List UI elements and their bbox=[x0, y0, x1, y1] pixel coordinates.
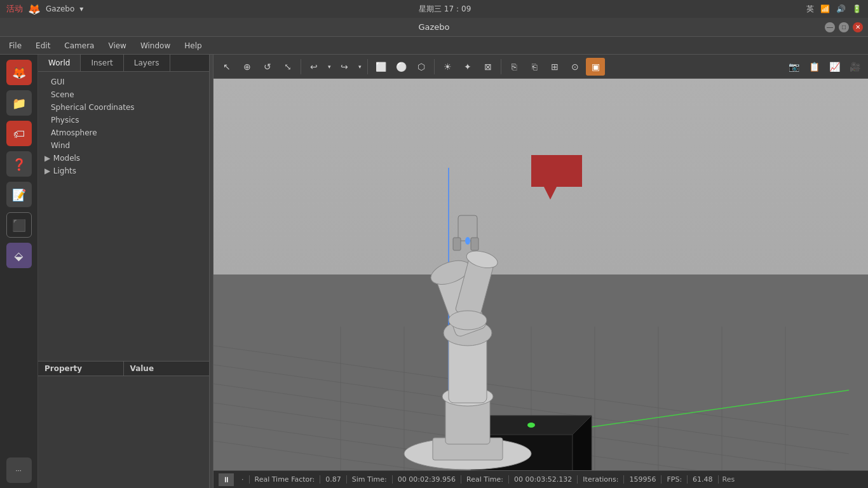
datetime: 星期三 17：09 bbox=[419, 4, 471, 15]
system-bar-center: 星期三 17：09 bbox=[419, 4, 471, 15]
log-button[interactable]: 📋 bbox=[804, 58, 824, 76]
paste-button[interactable]: ⎗ bbox=[525, 58, 544, 76]
menu-window[interactable]: Window bbox=[134, 39, 177, 52]
system-bar-right: 英 📶 🔊 🔋 bbox=[806, 4, 862, 15]
sim-time-label: Sim Time: bbox=[347, 475, 393, 484]
spot-light-button[interactable]: ⊠ bbox=[478, 58, 498, 76]
toolbar-sep-4 bbox=[501, 59, 501, 74]
tree-label-wind: Wind bbox=[51, 141, 70, 150]
tree-item-scene[interactable]: Scene bbox=[38, 88, 209, 101]
real-time-value: 00 00:03:52.132 bbox=[509, 475, 578, 484]
sidebar-icon-apps[interactable]: ⋯ bbox=[6, 458, 32, 483]
copy-button[interactable]: ⎘ bbox=[505, 58, 524, 76]
redo-button[interactable]: ↪ bbox=[335, 58, 354, 76]
window-controls: — □ ✕ bbox=[825, 22, 863, 32]
tree-item-gui[interactable]: GUI bbox=[38, 76, 209, 88]
models-arrow: ▶ bbox=[44, 154, 51, 163]
toolbar: ↖ ⊕ ↺ ⤡ ↩ ▾ ↪ ▾ ⬜ ⚪ ⬡ ☀ ✦ ⊠ ⎘ ⎗ ⊞ ⊙ ▣ 📷 … bbox=[214, 55, 868, 79]
close-button[interactable]: ✕ bbox=[853, 22, 863, 32]
undo-button[interactable]: ↩ bbox=[304, 58, 323, 76]
right-area: ↖ ⊕ ↺ ⤡ ↩ ▾ ↪ ▾ ⬜ ⚪ ⬡ ☀ ✦ ⊠ ⎘ ⎗ ⊞ ⊙ ▣ 📷 … bbox=[214, 55, 868, 488]
menu-view[interactable]: View bbox=[102, 39, 132, 52]
lang-indicator[interactable]: 英 bbox=[806, 4, 814, 15]
sidebar-icon-software[interactable]: 🏷 bbox=[6, 121, 32, 146]
menu-edit[interactable]: Edit bbox=[29, 39, 57, 52]
sidebar-icon-firefox[interactable]: 🦊 bbox=[6, 60, 32, 85]
video-button[interactable]: 🎥 bbox=[845, 58, 864, 76]
real-time-factor-value: 0.87 bbox=[320, 475, 347, 484]
app-arrow[interactable]: ▾ bbox=[79, 4, 83, 13]
sidebar-icon-gazebo[interactable]: ⬙ bbox=[6, 243, 32, 268]
tree-label-scene: Scene bbox=[51, 90, 74, 99]
tree-item-spherical-coords[interactable]: Spherical Coordinates bbox=[38, 101, 209, 114]
tree-item-models[interactable]: ▶ Models bbox=[38, 152, 209, 165]
align-button[interactable]: ⊞ bbox=[545, 58, 564, 76]
real-time-label: Real Time: bbox=[461, 475, 509, 484]
toolbar-sep-1 bbox=[301, 59, 301, 74]
svg-point-32 bbox=[449, 311, 487, 330]
chart-button[interactable]: 📈 bbox=[825, 58, 844, 76]
status-bar: ⏸ · Real Time Factor: 0.87 Sim Time: 00 … bbox=[214, 470, 868, 488]
pause-icon: ⏸ bbox=[222, 475, 230, 484]
tree-item-wind[interactable]: Wind bbox=[38, 139, 209, 152]
snap-button[interactable]: ⊙ bbox=[566, 58, 585, 76]
volume-icon: 🔊 bbox=[836, 4, 846, 13]
system-bar-left: 活动 🦊 Gazebo ▾ bbox=[6, 3, 83, 15]
activities-label[interactable]: 活动 bbox=[6, 3, 23, 15]
box-button[interactable]: ⬜ bbox=[371, 58, 390, 76]
point-light-button[interactable]: ✦ bbox=[458, 58, 477, 76]
tree-item-lights[interactable]: ▶ Lights bbox=[38, 165, 209, 177]
svg-point-17 bbox=[527, 423, 535, 428]
scene-svg bbox=[214, 79, 868, 470]
maximize-button[interactable]: □ bbox=[839, 22, 849, 32]
sim-time-value: 00 00:02:39.956 bbox=[393, 475, 461, 484]
svg-point-31 bbox=[465, 237, 470, 245]
fps-value: 61.48 bbox=[688, 475, 719, 484]
svg-marker-33 bbox=[531, 155, 582, 200]
menu-help[interactable]: Help bbox=[178, 39, 208, 52]
tab-insert[interactable]: Insert bbox=[81, 55, 123, 71]
screenshot-button[interactable]: 📷 bbox=[784, 58, 803, 76]
status-dot: · bbox=[236, 475, 250, 484]
property-header: Property Value bbox=[38, 362, 209, 376]
app-name[interactable]: Gazebo bbox=[46, 4, 74, 13]
sidebar-icon-files[interactable]: 📁 bbox=[6, 90, 32, 116]
title-bar: Gazebo — □ ✕ bbox=[0, 18, 868, 37]
select-button[interactable]: ↖ bbox=[217, 58, 236, 76]
tab-layers[interactable]: Layers bbox=[124, 55, 170, 71]
menu-file[interactable]: File bbox=[3, 39, 28, 52]
left-panel: World Insert Layers GUI Scene Spherical … bbox=[38, 55, 210, 488]
active-tool-button[interactable]: ▣ bbox=[586, 58, 605, 76]
property-col-header: Property bbox=[38, 362, 124, 376]
redo-arrow-button[interactable]: ▾ bbox=[355, 58, 364, 76]
window-title: Gazebo bbox=[418, 22, 449, 32]
cylinder-button[interactable]: ⬡ bbox=[412, 58, 431, 76]
wifi-icon: 📶 bbox=[820, 4, 830, 13]
undo-arrow-button[interactable]: ▾ bbox=[325, 58, 334, 76]
tree-label-gui: GUI bbox=[51, 78, 65, 86]
translate-button[interactable]: ⊕ bbox=[238, 58, 257, 76]
viewport[interactable] bbox=[214, 79, 868, 470]
tree-item-physics[interactable]: Physics bbox=[38, 114, 209, 126]
tab-world[interactable]: World bbox=[38, 55, 81, 71]
status-partial-right: Res bbox=[719, 475, 735, 484]
menu-camera[interactable]: Camera bbox=[58, 39, 100, 52]
sidebar-icons: 🦊 📁 🏷 ❓ 📝 ⬛ ⬙ ⋯ bbox=[0, 55, 38, 488]
red-shape bbox=[531, 155, 582, 200]
system-bar: 活动 🦊 Gazebo ▾ 星期三 17：09 英 📶 🔊 🔋 bbox=[0, 0, 868, 18]
rotate-button[interactable]: ↺ bbox=[258, 58, 277, 76]
firefox-icon: 🦊 bbox=[28, 3, 41, 15]
scale-button[interactable]: ⤡ bbox=[278, 58, 297, 76]
tree-label-physics: Physics bbox=[51, 116, 79, 125]
minimize-button[interactable]: — bbox=[825, 22, 835, 32]
pause-button[interactable]: ⏸ bbox=[219, 473, 234, 486]
menu-bar: File Edit Camera View Window Help bbox=[0, 37, 868, 55]
sphere-button[interactable]: ⚪ bbox=[391, 58, 410, 76]
sun-button[interactable]: ☀ bbox=[438, 58, 457, 76]
sidebar-icon-terminal[interactable]: ⬛ bbox=[6, 212, 32, 238]
sidebar-icon-help[interactable]: ❓ bbox=[6, 151, 32, 177]
lights-arrow: ▶ bbox=[44, 166, 51, 175]
battery-icon: 🔋 bbox=[852, 4, 862, 13]
sidebar-icon-notes[interactable]: 📝 bbox=[6, 182, 32, 207]
tree-item-atmosphere[interactable]: Atmosphere bbox=[38, 126, 209, 139]
